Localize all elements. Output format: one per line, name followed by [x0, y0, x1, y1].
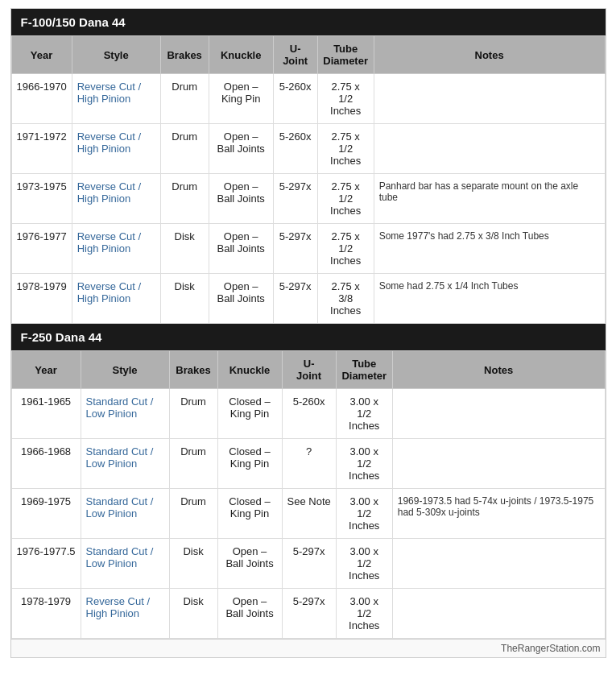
cell-year: 1978-1979 [11, 274, 72, 324]
cell-ujoint: ? [282, 439, 336, 489]
cell-tube: 3.00 x 1/2 Inches [336, 539, 392, 589]
table-row: 1966-1970Reverse Cut / High PinionDrumOp… [11, 74, 605, 124]
cell-knuckle: Open – Ball Joints [217, 539, 282, 589]
cell-style: Standard Cut / Low Pinion [81, 439, 169, 489]
cell-style: Standard Cut / Low Pinion [81, 389, 169, 439]
cell-year: 1978-1979 [11, 589, 81, 639]
cell-knuckle: Open – Ball Joints [209, 224, 273, 274]
col-header-knuckle: Knuckle [217, 351, 282, 389]
cell-notes [374, 74, 605, 124]
cell-notes [392, 439, 605, 489]
table-f100-150-dana44: YearStyleBrakesKnuckleU-JointTubeDiamete… [11, 35, 606, 324]
col-header-year: Year [11, 351, 81, 389]
cell-knuckle: Closed – King Pin [217, 439, 282, 489]
cell-style: Reverse Cut / High Pinion [72, 74, 160, 124]
cell-year: 1973-1975 [11, 174, 72, 224]
cell-notes [392, 589, 605, 639]
table-f250-dana44: YearStyleBrakesKnuckleU-JointTubeDiamete… [11, 350, 606, 639]
cell-style: Reverse Cut / High Pinion [81, 589, 169, 639]
table-row: 1969-1975Standard Cut / Low PinionDrumCl… [11, 489, 605, 539]
cell-knuckle: Open – Ball Joints [217, 589, 282, 639]
cell-knuckle: Open – Ball Joints [209, 124, 273, 174]
col-header-brakes: Brakes [169, 351, 217, 389]
cell-brakes: Disk [160, 224, 209, 274]
table-row: 1978-1979Reverse Cut / High PinionDiskOp… [11, 274, 605, 324]
cell-brakes: Drum [160, 74, 209, 124]
col-header-tube-diameter: TubeDiameter [317, 36, 374, 74]
col-header-u-joint: U-Joint [273, 36, 317, 74]
col-header-brakes: Brakes [160, 36, 209, 74]
table-row: 1961-1965Standard Cut / Low PinionDrumCl… [11, 389, 605, 439]
cell-notes: 1969-1973.5 had 5-74x u-joints / 1973.5-… [392, 489, 605, 539]
table-row: 1971-1972Reverse Cut / High PinionDrumOp… [11, 124, 605, 174]
cell-tube: 3.00 x 1/2 Inches [336, 439, 392, 489]
table-row: 1976-1977Reverse Cut / High PinionDiskOp… [11, 224, 605, 274]
cell-brakes: Drum [169, 389, 217, 439]
cell-tube: 3.00 x 1/2 Inches [336, 489, 392, 539]
cell-ujoint: 5-297x [282, 539, 336, 589]
col-header-knuckle: Knuckle [209, 36, 273, 74]
cell-tube: 2.75 x 1/2 Inches [317, 174, 374, 224]
cell-year: 1976-1977.5 [11, 539, 81, 589]
footer: TheRangerStation.com [11, 639, 606, 657]
cell-tube: 3.00 x 1/2 Inches [336, 589, 392, 639]
cell-style: Reverse Cut / High Pinion [72, 174, 160, 224]
col-header-notes: Notes [374, 36, 605, 74]
cell-brakes: Drum [169, 439, 217, 489]
cell-brakes: Drum [169, 489, 217, 539]
cell-ujoint: 5-297x [273, 174, 317, 224]
section-header-f250-dana44: F-250 Dana 44 [11, 324, 606, 350]
col-header-style: Style [72, 36, 160, 74]
section-header-f100-150-dana44: F-100/150 Dana 44 [11, 9, 606, 35]
cell-knuckle: Open – Ball Joints [209, 274, 273, 324]
cell-notes: Some had 2.75 x 1/4 Inch Tubes [374, 274, 605, 324]
cell-year: 1966-1970 [11, 74, 72, 124]
cell-notes [392, 389, 605, 439]
cell-knuckle: Open – Ball Joints [209, 174, 273, 224]
cell-ujoint: 5-260x [273, 124, 317, 174]
cell-brakes: Disk [169, 589, 217, 639]
cell-year: 1971-1972 [11, 124, 72, 174]
cell-ujoint: See Note [282, 489, 336, 539]
cell-style: Reverse Cut / High Pinion [72, 224, 160, 274]
cell-knuckle: Open – King Pin [209, 74, 273, 124]
page-wrapper: F-100/150 Dana 44YearStyleBrakesKnuckleU… [10, 8, 606, 658]
cell-style: Standard Cut / Low Pinion [81, 539, 169, 589]
cell-tube: 2.75 x 1/2 Inches [317, 224, 374, 274]
table-row: 1976-1977.5Standard Cut / Low PinionDisk… [11, 539, 605, 589]
cell-tube: 3.00 x 1/2 Inches [336, 389, 392, 439]
table-row: 1973-1975Reverse Cut / High PinionDrumOp… [11, 174, 605, 224]
col-header-year: Year [11, 36, 72, 74]
cell-knuckle: Closed – King Pin [217, 489, 282, 539]
cell-notes: Panhard bar has a separate mount on the … [374, 174, 605, 224]
cell-year: 1969-1975 [11, 489, 81, 539]
cell-year: 1966-1968 [11, 439, 81, 489]
cell-style: Reverse Cut / High Pinion [72, 124, 160, 174]
cell-notes: Some 1977's had 2.75 x 3/8 Inch Tubes [374, 224, 605, 274]
cell-style: Reverse Cut / High Pinion [72, 274, 160, 324]
col-header-tube-diameter: TubeDiameter [336, 351, 392, 389]
cell-ujoint: 5-260x [282, 389, 336, 439]
cell-knuckle: Closed – King Pin [217, 389, 282, 439]
cell-notes [392, 539, 605, 589]
col-header-notes: Notes [392, 351, 605, 389]
cell-ujoint: 5-297x [273, 274, 317, 324]
cell-brakes: Drum [160, 174, 209, 224]
cell-ujoint: 5-297x [273, 224, 317, 274]
cell-ujoint: 5-260x [273, 74, 317, 124]
cell-tube: 2.75 x 1/2 Inches [317, 124, 374, 174]
cell-brakes: Disk [169, 539, 217, 589]
cell-year: 1961-1965 [11, 389, 81, 439]
col-header-style: Style [81, 351, 169, 389]
cell-tube: 2.75 x 1/2 Inches [317, 74, 374, 124]
table-row: 1978-1979Reverse Cut / High PinionDiskOp… [11, 589, 605, 639]
col-header-u-joint: U-Joint [282, 351, 336, 389]
cell-tube: 2.75 x 3/8 Inches [317, 274, 374, 324]
cell-ujoint: 5-297x [282, 589, 336, 639]
cell-brakes: Drum [160, 124, 209, 174]
cell-year: 1976-1977 [11, 224, 72, 274]
cell-style: Standard Cut / Low Pinion [81, 489, 169, 539]
table-row: 1966-1968Standard Cut / Low PinionDrumCl… [11, 439, 605, 489]
cell-notes [374, 124, 605, 174]
cell-brakes: Disk [160, 274, 209, 324]
